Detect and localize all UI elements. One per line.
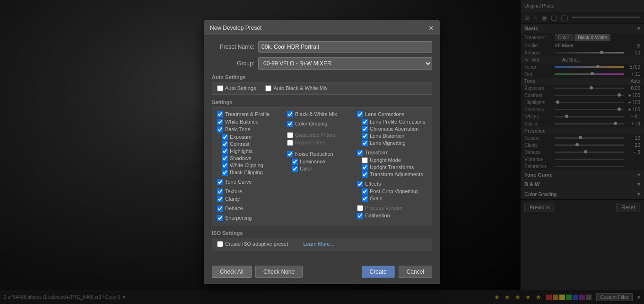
iso-adaptive-checkbox[interactable] <box>217 241 223 247</box>
chromatic-cb[interactable]: Chromatic Aberration <box>362 126 427 132</box>
dehaze-cb[interactable]: Dehaze <box>217 206 287 212</box>
calibration-cb[interactable]: Calibration <box>357 213 427 219</box>
dialog-close-button[interactable]: ✕ <box>428 25 434 31</box>
lens-distortion-cb[interactable]: Lens Distortion <box>362 133 427 139</box>
auto-settings-cb-label[interactable]: Auto Settings <box>217 85 256 91</box>
graduated-filters-cb[interactable]: Graduated Filters <box>287 132 357 138</box>
treatment-profile-cb[interactable]: Treatment & Profile <box>217 111 287 117</box>
dialog-overlay: New Develop Preset ✕ Preset Name: Group:… <box>0 0 644 304</box>
transform-adjustments-cb[interactable]: Transform Adjustments <box>362 171 427 178</box>
auto-settings-row: Auto Settings Auto Black & White Mix <box>212 82 432 95</box>
lens-profile-cb[interactable]: Lens Profile Corrections <box>362 119 427 125</box>
exposure-cb[interactable]: Exposure <box>222 134 287 140</box>
auto-settings-section-label: Auto Settings <box>212 74 432 80</box>
group-label: Group: <box>212 60 254 67</box>
luminance-cb[interactable]: Luminance <box>292 159 357 165</box>
black-clipping-cb[interactable]: Black Clipping <box>222 170 287 176</box>
color-grading-cb[interactable]: Color Grading <box>287 121 357 127</box>
noise-reduction-children: Luminance Color <box>292 159 357 172</box>
dialog-footer: Check All Check None Create Cancel <box>204 262 440 284</box>
lens-corrections-cb[interactable]: Lens Corrections <box>357 111 427 117</box>
group-select[interactable]: 00-99 VFLO - B+W MIXER <box>258 57 432 70</box>
clarity-cb[interactable]: Clarity <box>217 196 287 202</box>
settings-col-2: Black & White Mix Color Grading Graduate… <box>287 111 357 221</box>
auto-bw-mix-cb-text: Auto Black & White Mix <box>273 85 327 91</box>
upright-mode-cb[interactable]: Upright Mode <box>362 157 427 163</box>
lens-corrections-children: Lens Profile Corrections Chromatic Aberr… <box>362 119 427 146</box>
iso-adaptive-cb-label[interactable]: Create ISO adaptive preset <box>217 241 288 247</box>
contrast-cb[interactable]: Contrast <box>222 141 287 147</box>
lens-vignetting-cb[interactable]: Lens Vignetting <box>362 140 427 146</box>
new-develop-preset-dialog: New Develop Preset ✕ Preset Name: Group:… <box>204 20 440 284</box>
settings-col-3: Lens Corrections Lens Profile Correction… <box>357 111 427 221</box>
preset-name-label: Preset Name: <box>212 44 254 50</box>
learn-more-link[interactable]: Learn More... <box>303 241 334 247</box>
shadows-cb[interactable]: Shadows <box>222 155 287 161</box>
sharpening-cb[interactable]: Sharpening <box>217 215 287 221</box>
settings-col-1: Treatment & Profile White Balance Basic … <box>217 111 287 221</box>
effects-cb[interactable]: Effects <box>357 181 427 187</box>
preset-name-row: Preset Name: <box>212 41 432 53</box>
preset-name-input[interactable] <box>258 41 432 53</box>
basic-tone-children: Exposure Contrast Highlights Shadows Whi <box>222 134 287 176</box>
white-clipping-cb[interactable]: White Clipping <box>222 162 287 169</box>
group-row: Group: 00-99 VFLO - B+W MIXER <box>212 57 432 70</box>
auto-bw-mix-checkbox[interactable] <box>265 85 271 91</box>
tone-curve-cb[interactable]: Tone Curve <box>217 179 287 185</box>
check-all-button[interactable]: Check All <box>212 266 252 278</box>
grain-cb[interactable]: Grain <box>362 196 427 202</box>
iso-row: Create ISO adaptive preset Learn More... <box>217 241 427 247</box>
auto-settings-checkbox[interactable] <box>217 85 223 91</box>
create-button[interactable]: Create <box>362 266 395 278</box>
settings-section-label: Settings <box>212 99 432 105</box>
dialog-titlebar: New Develop Preset ✕ <box>204 21 440 36</box>
auto-settings-cb-text: Auto Settings <box>225 85 256 91</box>
iso-section: Create ISO adaptive preset Learn More... <box>212 238 432 250</box>
transform-cb[interactable]: Transform <box>357 150 427 156</box>
basic-tone-cb[interactable]: Basic Tone <box>217 126 287 133</box>
auto-bw-mix-cb-label[interactable]: Auto Black & White Mix <box>265 85 327 91</box>
post-crop-vignetting-cb[interactable]: Post-Crop Vignetting <box>362 188 427 195</box>
dialog-body: Preset Name: Group: 00-99 VFLO - B+W MIX… <box>204 36 440 262</box>
highlights-cb[interactable]: Highlights <box>222 148 287 154</box>
check-none-button[interactable]: Check None <box>255 266 303 278</box>
color-nr-cb[interactable]: Color <box>292 166 357 172</box>
radial-filters-cb[interactable]: Radial Filters <box>287 140 357 146</box>
white-balance-cb[interactable]: White Balance <box>217 119 287 125</box>
dialog-title: New Develop Preset <box>210 25 261 31</box>
transform-children: Upright Mode Upright Transforms Transfor… <box>362 157 427 178</box>
upright-transforms-cb[interactable]: Upright Transforms <box>362 164 427 170</box>
iso-adaptive-text: Create ISO adaptive preset <box>225 241 288 247</box>
cancel-button[interactable]: Cancel <box>399 266 432 278</box>
noise-reduction-cb[interactable]: Noise Reduction <box>287 151 357 157</box>
settings-grid: Treatment & Profile White Balance Basic … <box>212 107 432 225</box>
process-version-cb[interactable]: Process Version <box>357 205 427 211</box>
effects-children: Post-Crop Vignetting Grain <box>362 188 427 202</box>
iso-section-label: ISO Settings <box>212 230 432 236</box>
bw-mix-cb[interactable]: Black & White Mix <box>287 111 357 117</box>
texture-cb[interactable]: Texture <box>217 188 287 195</box>
